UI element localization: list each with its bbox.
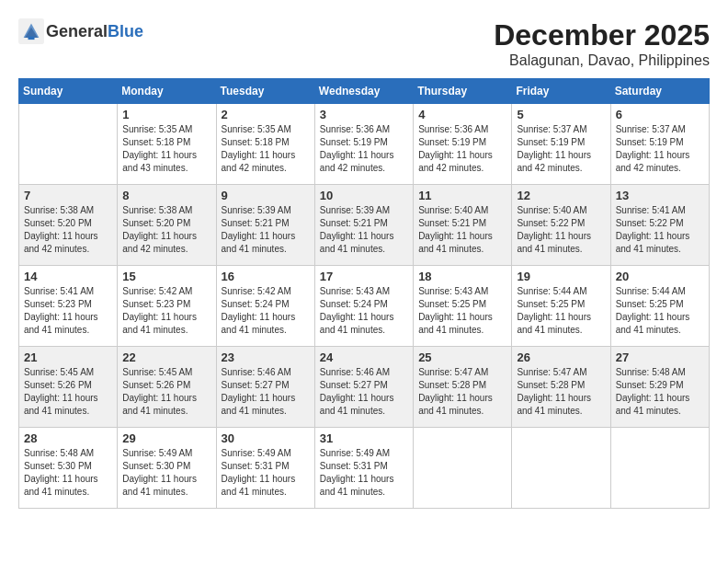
weekday-header-row: SundayMondayTuesdayWednesdayThursdayFrid… <box>19 79 710 104</box>
day-number: 26 <box>517 350 605 364</box>
day-info: Sunrise: 5:42 AMSunset: 5:23 PMDaylight:… <box>122 285 210 337</box>
day-info: Sunrise: 5:45 AMSunset: 5:26 PMDaylight:… <box>122 366 210 418</box>
day-number: 8 <box>122 189 210 202</box>
day-number: 7 <box>24 189 112 202</box>
day-number: 5 <box>517 108 605 121</box>
day-info: Sunrise: 5:49 AMSunset: 5:31 PMDaylight:… <box>320 447 408 499</box>
week-row-1: 1Sunrise: 5:35 AMSunset: 5:18 PMDaylight… <box>19 104 710 185</box>
day-number: 3 <box>320 108 408 121</box>
day-info: Sunrise: 5:39 AMSunset: 5:21 PMDaylight:… <box>222 204 310 256</box>
day-number: 16 <box>222 270 310 283</box>
calendar-cell: 25Sunrise: 5:47 AMSunset: 5:28 PMDayligh… <box>414 347 512 428</box>
title-area: December 2025 Balagunan, Davao, Philippi… <box>494 18 710 69</box>
location-subtitle: Balagunan, Davao, Philippines <box>494 52 710 69</box>
week-row-3: 14Sunrise: 5:41 AMSunset: 5:23 PMDayligh… <box>19 266 710 347</box>
day-number: 30 <box>222 431 310 445</box>
calendar-cell: 18Sunrise: 5:43 AMSunset: 5:25 PMDayligh… <box>414 266 512 347</box>
day-info: Sunrise: 5:35 AMSunset: 5:18 PMDaylight:… <box>122 123 210 175</box>
day-number: 18 <box>418 270 506 283</box>
header: GeneralBlue December 2025 Balagunan, Dav… <box>18 18 710 69</box>
day-info: Sunrise: 5:42 AMSunset: 5:24 PMDaylight:… <box>222 285 310 337</box>
day-number: 28 <box>24 431 112 445</box>
calendar-cell <box>414 428 512 509</box>
calendar-cell: 9Sunrise: 5:39 AMSunset: 5:21 PMDaylight… <box>216 185 314 266</box>
calendar-cell: 15Sunrise: 5:42 AMSunset: 5:23 PMDayligh… <box>118 266 216 347</box>
weekday-header-monday: Monday <box>118 79 216 104</box>
calendar-cell: 3Sunrise: 5:36 AMSunset: 5:19 PMDaylight… <box>314 104 413 185</box>
calendar-cell: 22Sunrise: 5:45 AMSunset: 5:26 PMDayligh… <box>118 347 216 428</box>
svg-rect-3 <box>28 37 35 40</box>
calendar-cell: 16Sunrise: 5:42 AMSunset: 5:24 PMDayligh… <box>216 266 314 347</box>
calendar-cell: 17Sunrise: 5:43 AMSunset: 5:24 PMDayligh… <box>314 266 413 347</box>
day-number: 31 <box>320 431 408 445</box>
day-number: 6 <box>616 108 704 121</box>
day-number: 23 <box>222 350 310 364</box>
calendar-cell: 8Sunrise: 5:38 AMSunset: 5:20 PMDaylight… <box>118 185 216 266</box>
calendar-cell: 27Sunrise: 5:48 AMSunset: 5:29 PMDayligh… <box>610 347 709 428</box>
weekday-header-sunday: Sunday <box>19 79 118 104</box>
weekday-header-saturday: Saturday <box>610 79 709 104</box>
calendar-cell: 10Sunrise: 5:39 AMSunset: 5:21 PMDayligh… <box>314 185 413 266</box>
day-info: Sunrise: 5:41 AMSunset: 5:23 PMDaylight:… <box>24 285 112 337</box>
week-row-2: 7Sunrise: 5:38 AMSunset: 5:20 PMDaylight… <box>19 185 710 266</box>
day-info: Sunrise: 5:40 AMSunset: 5:21 PMDaylight:… <box>418 204 506 256</box>
weekday-header-wednesday: Wednesday <box>314 79 413 104</box>
calendar-cell: 24Sunrise: 5:46 AMSunset: 5:27 PMDayligh… <box>314 347 413 428</box>
calendar-table: SundayMondayTuesdayWednesdayThursdayFrid… <box>18 78 710 509</box>
day-info: Sunrise: 5:48 AMSunset: 5:30 PMDaylight:… <box>24 447 112 499</box>
day-info: Sunrise: 5:36 AMSunset: 5:19 PMDaylight:… <box>320 123 408 175</box>
logo-general: General <box>46 22 108 40</box>
day-number: 14 <box>24 270 112 283</box>
week-row-5: 28Sunrise: 5:48 AMSunset: 5:30 PMDayligh… <box>19 428 710 509</box>
calendar-cell: 26Sunrise: 5:47 AMSunset: 5:28 PMDayligh… <box>512 347 610 428</box>
calendar-cell: 4Sunrise: 5:36 AMSunset: 5:19 PMDaylight… <box>414 104 512 185</box>
calendar-cell: 6Sunrise: 5:37 AMSunset: 5:19 PMDaylight… <box>610 104 709 185</box>
calendar-cell: 5Sunrise: 5:37 AMSunset: 5:19 PMDaylight… <box>512 104 610 185</box>
day-number: 29 <box>122 431 210 445</box>
calendar-cell: 23Sunrise: 5:46 AMSunset: 5:27 PMDayligh… <box>216 347 314 428</box>
day-number: 21 <box>24 350 112 364</box>
calendar-cell <box>19 104 118 185</box>
day-info: Sunrise: 5:47 AMSunset: 5:28 PMDaylight:… <box>517 366 605 418</box>
day-info: Sunrise: 5:35 AMSunset: 5:18 PMDaylight:… <box>222 123 310 175</box>
day-number: 12 <box>517 189 605 202</box>
day-number: 11 <box>418 189 506 202</box>
day-info: Sunrise: 5:43 AMSunset: 5:25 PMDaylight:… <box>418 285 506 337</box>
day-number: 27 <box>616 350 704 364</box>
day-info: Sunrise: 5:40 AMSunset: 5:22 PMDaylight:… <box>517 204 605 256</box>
day-info: Sunrise: 5:44 AMSunset: 5:25 PMDaylight:… <box>517 285 605 337</box>
day-number: 20 <box>616 270 704 283</box>
calendar-cell: 12Sunrise: 5:40 AMSunset: 5:22 PMDayligh… <box>512 185 610 266</box>
day-info: Sunrise: 5:39 AMSunset: 5:21 PMDaylight:… <box>320 204 408 256</box>
day-info: Sunrise: 5:38 AMSunset: 5:20 PMDaylight:… <box>122 204 210 256</box>
calendar-cell: 13Sunrise: 5:41 AMSunset: 5:22 PMDayligh… <box>610 185 709 266</box>
day-number: 24 <box>320 350 408 364</box>
weekday-header-tuesday: Tuesday <box>216 79 314 104</box>
calendar-cell <box>512 428 610 509</box>
calendar-cell <box>610 428 709 509</box>
day-info: Sunrise: 5:46 AMSunset: 5:27 PMDaylight:… <box>320 366 408 418</box>
day-info: Sunrise: 5:49 AMSunset: 5:31 PMDaylight:… <box>222 447 310 499</box>
calendar-cell: 31Sunrise: 5:49 AMSunset: 5:31 PMDayligh… <box>314 428 413 509</box>
day-info: Sunrise: 5:41 AMSunset: 5:22 PMDaylight:… <box>616 204 704 256</box>
day-info: Sunrise: 5:44 AMSunset: 5:25 PMDaylight:… <box>616 285 704 337</box>
calendar-cell: 30Sunrise: 5:49 AMSunset: 5:31 PMDayligh… <box>216 428 314 509</box>
day-number: 10 <box>320 189 408 202</box>
day-info: Sunrise: 5:36 AMSunset: 5:19 PMDaylight:… <box>418 123 506 175</box>
logo: GeneralBlue <box>18 18 143 44</box>
day-info: Sunrise: 5:46 AMSunset: 5:27 PMDaylight:… <box>222 366 310 418</box>
day-number: 19 <box>517 270 605 283</box>
calendar-cell: 20Sunrise: 5:44 AMSunset: 5:25 PMDayligh… <box>610 266 709 347</box>
day-info: Sunrise: 5:38 AMSunset: 5:20 PMDaylight:… <box>24 204 112 256</box>
day-number: 22 <box>122 350 210 364</box>
week-row-4: 21Sunrise: 5:45 AMSunset: 5:26 PMDayligh… <box>19 347 710 428</box>
day-info: Sunrise: 5:43 AMSunset: 5:24 PMDaylight:… <box>320 285 408 337</box>
day-number: 25 <box>418 350 506 364</box>
day-info: Sunrise: 5:48 AMSunset: 5:29 PMDaylight:… <box>616 366 704 418</box>
calendar-cell: 1Sunrise: 5:35 AMSunset: 5:18 PMDaylight… <box>118 104 216 185</box>
day-number: 9 <box>222 189 310 202</box>
weekday-header-thursday: Thursday <box>414 79 512 104</box>
day-number: 4 <box>418 108 506 121</box>
calendar-cell: 28Sunrise: 5:48 AMSunset: 5:30 PMDayligh… <box>19 428 118 509</box>
calendar-cell: 7Sunrise: 5:38 AMSunset: 5:20 PMDaylight… <box>19 185 118 266</box>
